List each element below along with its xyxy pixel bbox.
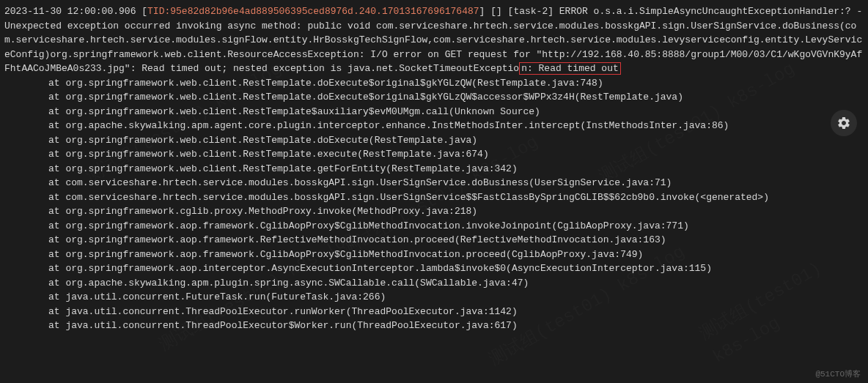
stack-trace-line: at org.springframework.web.client.RestTe… [4,90,864,105]
stack-trace-line: at java.util.concurrent.ThreadPoolExecut… [4,305,864,319]
tid-bracket-open: [ [141,6,147,17]
stack-trace-line: at org.springframework.web.client.RestTe… [4,133,864,148]
stack-trace-line: at com.serviceshare.hrtech.service.modul… [4,176,864,190]
stack-trace-line: at java.util.concurrent.FutureTask.run(F… [4,290,864,305]
log-task: [task-2] [508,6,553,17]
log-empty-brackets: [] [485,6,507,17]
page-watermark: @51CTO博客 [815,368,861,381]
stack-trace-line: at com.serviceshare.hrtech.service.modul… [4,190,864,205]
stack-trace-line: at org.springframework.web.client.RestTe… [4,76,864,91]
stack-trace-line: at org.apache.skywalking.apm.plugin.spri… [4,276,864,291]
stack-trace-line: at java.util.concurrent.ThreadPoolExecut… [4,319,864,333]
gear-icon [836,116,851,130]
log-tid: TID:95e82d82b96e4ad889506395ced8976d.240… [147,6,479,17]
stack-trace-line: at org.springframework.cglib.proxy.Metho… [4,204,864,219]
log-output: 2023-11-30 12:00:00.906 [TID:95e82d82b96… [4,4,864,333]
stack-trace-line: at org.springframework.web.client.RestTe… [4,105,864,119]
stack-trace-line: at org.apache.skywalking.apm.agent.core.… [4,119,864,133]
stack-trace-line: at org.springframework.aop.framework.Ref… [4,233,864,248]
stack-trace-line: at org.springframework.web.client.RestTe… [4,147,864,162]
stack-trace-line: at org.springframework.aop.framework.Cgl… [4,248,864,262]
stack-trace-line: at org.springframework.web.client.RestTe… [4,162,864,176]
stack-trace-line: at org.springframework.aop.interceptor.A… [4,261,864,276]
log-level: ERROR [553,6,594,17]
log-highlighted-text: n: Read timed out [519,62,621,75]
settings-button[interactable] [831,110,857,136]
stack-trace-line: at org.springframework.aop.framework.Cgl… [4,219,864,234]
log-timestamp: 2023-11-30 12:00:00.906 [4,6,136,17]
